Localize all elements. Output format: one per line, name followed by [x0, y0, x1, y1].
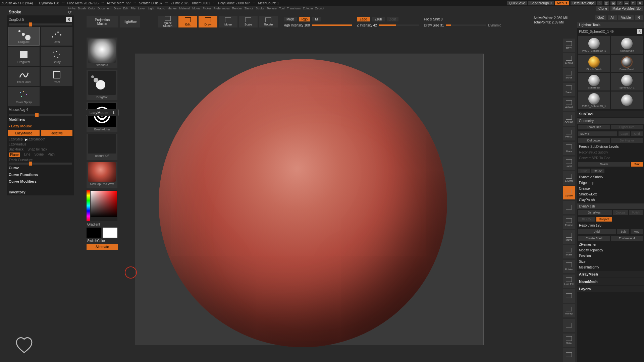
rail-blank[interactable] [563, 201, 575, 214]
lightbox-tools-header[interactable]: Lightbox Tools [577, 22, 644, 28]
curve-modifiers-section[interactable]: Curve Modifiers [7, 178, 74, 185]
rail-bpr[interactable]: BPR [563, 39, 575, 52]
dynamesh-button[interactable]: DynaMesh [578, 210, 612, 215]
tool-simplebrush[interactable]: SimpleBrush [578, 55, 610, 72]
polish-toggle[interactable]: Polish [629, 210, 643, 215]
swatch-black[interactable] [87, 228, 101, 238]
size-section[interactable]: Size [577, 259, 644, 264]
shadowbox-section[interactable]: ShadowBox [577, 191, 644, 197]
suv-toggle[interactable]: Suv [578, 169, 590, 173]
menu-document[interactable]: Document [97, 7, 112, 10]
tool-r-button[interactable]: R [637, 29, 642, 34]
draw-size-slider[interactable] [446, 24, 486, 26]
menu-stencil[interactable]: Stencil [244, 7, 254, 10]
curve-section[interactable]: Curve [7, 165, 74, 171]
groups-toggle[interactable]: Groups [613, 210, 628, 215]
color-picker[interactable] [87, 190, 117, 221]
rail-frame[interactable]: Frame [563, 216, 575, 229]
spline-toggle[interactable]: Spline [34, 153, 44, 157]
brush-standard[interactable]: Standard [87, 38, 117, 68]
rail-scale[interactable]: Scale [563, 245, 575, 258]
goz-r-button[interactable]: R [635, 15, 643, 20]
rail-rotate[interactable]: Rotate [563, 260, 575, 273]
current-tool-label[interactable]: PM3D_Sphere3D_1 49 [579, 30, 613, 34]
modifiers-section[interactable]: Modifiers [7, 116, 74, 123]
mesh-sphere[interactable] [159, 59, 447, 347]
nanomesh-section[interactable]: NanoMesh [577, 278, 644, 285]
lower-res-button[interactable]: Lower Res [578, 125, 610, 129]
menu-texture[interactable]: Texture [266, 7, 277, 10]
lazyradius-label[interactable]: LazyRadius [7, 142, 74, 147]
collapse-icon[interactable]: ▣ [610, 1, 616, 5]
rail-solo[interactable]: Solo [563, 334, 575, 347]
gradient-label[interactable]: Gradient [87, 221, 118, 228]
rgb-chip[interactable]: Rgb [299, 17, 310, 21]
geometry-section[interactable]: Geometry [577, 118, 644, 124]
rail-blank[interactable] [563, 319, 575, 332]
quicksave-button[interactable]: QuickSave [507, 1, 527, 5]
sdiv-slider[interactable]: SDiv 5 [578, 131, 617, 136]
menu-movie[interactable]: Movie [192, 7, 201, 10]
stroke-title-bar[interactable]: Stroke ⟳ [7, 9, 74, 15]
menu-edit[interactable]: Edit [122, 7, 129, 10]
tool-pm3d_sphere3d_1[interactable]: PM3D_Sphere3D_1 [578, 36, 610, 54]
z-intensity-label[interactable]: Z Intensity 42 [357, 23, 377, 27]
dynamic-subdiv-section[interactable]: Dynamic Subdiv [577, 174, 644, 180]
track-curv-slider[interactable] [9, 163, 72, 165]
reconstruct-subdiv-button[interactable]: Reconstruct Subdiv [577, 149, 644, 155]
maximize-icon[interactable]: □ [631, 1, 636, 5]
stroke-dragdot[interactable]: DragDot [8, 27, 40, 46]
alternate-button[interactable]: Alternate [87, 244, 118, 250]
menu-marker[interactable]: Marker [167, 7, 177, 10]
edgeloop-section[interactable]: EdgeLoop [577, 180, 644, 186]
arraymesh-section[interactable]: ArrayMesh [577, 271, 644, 278]
inventory-section[interactable]: Inventory [7, 189, 74, 195]
stroke-dragrect-sel[interactable]: DragRect [8, 47, 40, 66]
edit-toggle[interactable]: Edit [178, 16, 197, 27]
draw-toggle[interactable]: Draw [199, 16, 217, 27]
track-curvature-label[interactable]: Track Curvature [7, 158, 74, 163]
rail-l.sym[interactable]: L.Sym [563, 171, 575, 185]
zcut-chip[interactable]: Zcut [387, 17, 398, 21]
blur-slider[interactable]: Blur 2k [578, 217, 595, 222]
project-toggle[interactable]: Project [596, 217, 612, 222]
rail-local[interactable]: Local [563, 157, 575, 170]
rail-move[interactable]: Move [563, 230, 575, 244]
tool-pm3d_sphere3d_1[interactable]: PM3D_Sphere3D_1 [578, 92, 610, 109]
lazymouse-toggle[interactable]: LazyMouse [8, 130, 40, 136]
zadd-chip[interactable]: Zadd [357, 17, 370, 21]
sub-button[interactable]: Sub [617, 229, 629, 234]
rail-xpose[interactable]: Xpose [563, 186, 575, 199]
del-higher-button[interactable]: Del Higher [611, 138, 643, 143]
menu-preferences[interactable]: Preferences [213, 7, 230, 10]
brush-alpha[interactable]: BrushAlpha [87, 102, 117, 132]
lazysmooth-label[interactable]: LazySmooth [27, 137, 46, 141]
rail-actual[interactable]: Actual [563, 98, 575, 111]
move-toggle[interactable]: Move [219, 16, 237, 27]
help-icon[interactable]: ? [617, 1, 623, 5]
grid-toggle[interactable]: Grid [631, 131, 643, 136]
defaultzscript-button[interactable]: DefaultZScript [571, 1, 596, 5]
projection-master-button[interactable]: Projection Master [87, 16, 118, 27]
del-lower-button[interactable]: Del Lower [578, 138, 610, 143]
thickness-slider[interactable]: Thickness 4 [611, 236, 643, 241]
add-button[interactable]: Add [578, 229, 616, 234]
stroke-rect[interactable]: Rect [41, 67, 72, 86]
curve-functions-section[interactable]: Curve Functions [7, 171, 74, 178]
zsub-chip[interactable]: Zsub [372, 17, 385, 21]
menu-zscript[interactable]: Zscript [315, 7, 325, 10]
relative-toggle[interactable]: Relative [41, 130, 72, 136]
menu-layer[interactable]: Layer [137, 7, 146, 10]
dynamic-label[interactable]: Dynamic [488, 23, 501, 27]
mouse-avg-slider[interactable] [9, 114, 72, 116]
stroke-spray[interactable]: Spray [41, 47, 72, 66]
smt-toggle[interactable]: Smt [631, 162, 643, 167]
menu-tool[interactable]: Tool [278, 7, 285, 10]
rgb-intensity-label[interactable]: Rgb Intensity 100 [284, 23, 310, 27]
minimize-icon[interactable]: — [624, 1, 629, 5]
lightbox-button[interactable]: LightBox [120, 16, 140, 27]
path-toggle[interactable]: Path [48, 153, 55, 157]
tool-sphere3d_1[interactable]: Sphere3D_1 [611, 73, 643, 90]
z-intensity-slider[interactable] [379, 24, 419, 26]
seethrough-slider[interactable]: See-through 0 [528, 1, 553, 5]
